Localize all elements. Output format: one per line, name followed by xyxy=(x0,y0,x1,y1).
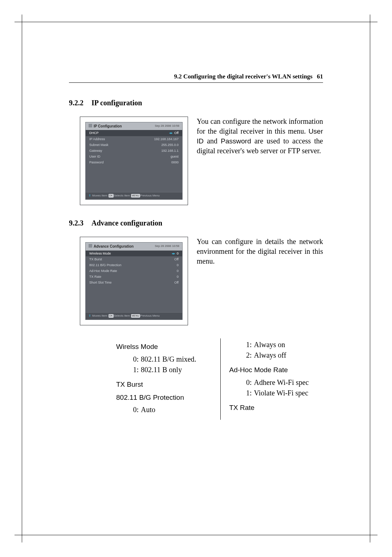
definitions-block: Wirelss Mode 0:802.11 B/G mixed. 1:802.1… xyxy=(69,338,323,420)
ip-config-block: IP Configuration Sep 28 2006 10:58 DHCP … xyxy=(69,117,323,205)
option-key: 2: xyxy=(243,350,252,360)
osd-title-text: Advance Configuration xyxy=(94,244,134,248)
wrench-icon xyxy=(89,244,92,248)
footer-prev: Previous Menu xyxy=(140,194,160,197)
ok-key-icon: OK xyxy=(109,194,114,197)
osd-row-value: Off xyxy=(174,131,179,135)
menu-key-icon: MENU xyxy=(131,194,140,197)
osd-row-gateway[interactable]: Gateway 192.168.1.1 xyxy=(86,148,182,154)
updown-icon: ⇕ xyxy=(89,194,91,197)
osd-row-value: 0 xyxy=(177,252,179,255)
running-header: 9.2 Configuring the digital receiver's W… xyxy=(69,73,323,83)
term-tx-rate: TX Rate xyxy=(229,403,323,412)
term-tx-burst: TX Burst xyxy=(116,380,210,389)
osd-row-value: 192.168.1.1 xyxy=(161,149,179,153)
list-item: 2:Always off xyxy=(243,350,323,360)
term-wireless-mode: Wirelss Mode xyxy=(116,342,210,351)
crop-mark-top xyxy=(15,22,377,22)
option-value: Violate Wi-Fi spec xyxy=(254,388,309,398)
osd-row-txburst[interactable]: TX Burst Off xyxy=(86,256,182,262)
adv-desc: You can configure in details the network… xyxy=(197,237,323,265)
osd-row-label: Password xyxy=(89,160,104,164)
footer-selects: Selects Item xyxy=(114,314,130,317)
osd-row-subnet[interactable]: Subnet Mask 255.255.0.0 xyxy=(86,142,182,148)
term-bg-protection: 802.11 B/G Protection xyxy=(116,393,210,402)
osd-row-wireless-mode[interactable]: Wireless Mode ◂▸0 xyxy=(86,251,182,256)
wrench-icon xyxy=(89,124,92,127)
osd-row-value: 255.255.0.0 xyxy=(161,143,179,147)
osd-row-label: Short Slot Time xyxy=(89,280,112,285)
adv-config-figure: Advance Configuration Sep 28 2006 10:58 … xyxy=(69,237,188,325)
osd-row-value: Off xyxy=(174,257,179,261)
osd-row-label: TX Rate xyxy=(89,275,101,279)
ui-label-password: Password xyxy=(221,137,251,145)
term-adhoc-rate: Ad-Hoc Mode Rate xyxy=(229,365,323,375)
osd-row-txrate[interactable]: TX Rate 0 xyxy=(86,274,182,280)
page: 9.2 Configuring the digital receiver's W… xyxy=(0,0,392,557)
osd-row-value: Off xyxy=(174,280,179,285)
option-key: 0: xyxy=(243,378,252,387)
osd-ip-screenshot: IP Configuration Sep 28 2006 10:58 DHCP … xyxy=(80,117,188,205)
osd-row-label: User ID xyxy=(89,154,101,159)
osd-titlebar: Advance Configuration Sep 28 2006 10:58 xyxy=(86,243,182,251)
osd-footer: ⇕Moves Item OKSelects Item MENUPrevious … xyxy=(86,192,182,199)
osd-row-label: Ad-Hoc Mode Rate xyxy=(89,269,117,273)
subsection-title: IP configuration xyxy=(91,99,142,107)
osd-body: Wireless Mode ◂▸0 TX Burst Off 802.11 B/… xyxy=(86,251,182,313)
option-key: 0: xyxy=(130,354,139,364)
wireless-mode-options: 0:802.11 B/G mixed. 1:802.11 B only xyxy=(130,354,210,375)
left-right-arrows-icon: ◂▸ xyxy=(172,252,175,255)
osd-row-label: TX Burst xyxy=(89,257,102,261)
osd-row-bgprot[interactable]: 802.11 B/G Protection 0 xyxy=(86,262,182,268)
osd-row-dhcp[interactable]: DHCP ◂▸Off xyxy=(86,130,182,136)
ip-desc-mid: and xyxy=(204,137,221,145)
osd-row-value: 192.168.184.167 xyxy=(154,137,179,141)
footer-prev: Previous Menu xyxy=(140,314,160,317)
option-value: 802.11 B only xyxy=(141,365,182,375)
osd-row-label: Gateway xyxy=(89,149,102,153)
adv-config-block: Advance Configuration Sep 28 2006 10:58 … xyxy=(69,237,323,325)
footer-selects: Selects Item xyxy=(114,194,130,197)
ip-desc-pre: You can configure the network informatio… xyxy=(197,117,323,135)
adhoc-options: 0:Adhere Wi-Fi spec 1:Violate Wi-Fi spec xyxy=(243,378,323,398)
osd-row-userid[interactable]: User ID guest xyxy=(86,154,182,159)
subsection-title: Advance configuration xyxy=(91,219,162,227)
option-value: 802.11 B/G mixed. xyxy=(141,354,196,364)
osd-row-label: 802.11 B/G Protection xyxy=(89,263,122,267)
option-value: Always on xyxy=(254,340,285,350)
ip-config-figure: IP Configuration Sep 28 2006 10:58 DHCP … xyxy=(69,117,188,205)
subsection-heading-adv: 9.2.3Advance configuration xyxy=(69,218,323,228)
osd-row-label: Subnet Mask xyxy=(89,143,109,147)
osd-row-shortslot[interactable]: Short Slot Time Off xyxy=(86,280,182,285)
crop-mark-bottom xyxy=(15,535,377,535)
option-key: 1: xyxy=(243,340,252,350)
option-key: 1: xyxy=(130,365,139,375)
list-item: 1:802.11 B only xyxy=(130,365,210,375)
osd-row-label: DHCP xyxy=(89,131,99,135)
osd-row-value: guest xyxy=(171,154,179,159)
osd-row-ip[interactable]: IP Address 192.168.184.167 xyxy=(86,136,182,142)
list-item: 0:802.11 B/G mixed. xyxy=(130,354,210,364)
bg-protection-options-cont: 1:Always on 2:Always off xyxy=(243,340,323,360)
osd-titlebar: IP Configuration Sep 28 2006 10:58 xyxy=(86,122,182,130)
osd-row-password[interactable]: Password 0000 xyxy=(86,159,182,165)
osd-footer: ⇕Moves Item OKSelects Item MENUPrevious … xyxy=(86,312,182,320)
menu-key-icon: MENU xyxy=(131,314,140,317)
osd-adv-screenshot: Advance Configuration Sep 28 2006 10:58 … xyxy=(80,237,188,325)
osd-title-text: IP Configuration xyxy=(94,124,122,128)
osd-body: DHCP ◂▸Off IP Address 192.168.184.167 Su… xyxy=(86,130,182,192)
osd-row-adhoc[interactable]: Ad-Hoc Mode Rate 0 xyxy=(86,268,182,274)
option-key: 1: xyxy=(243,388,252,398)
list-item: 0:Adhere Wi-Fi spec xyxy=(243,378,323,387)
option-value: Adhere Wi-Fi spec xyxy=(254,378,309,387)
subsection-number: 9.2.3 xyxy=(69,218,91,228)
updown-icon: ⇕ xyxy=(89,314,91,317)
option-key: 0: xyxy=(130,405,139,415)
option-value: Auto xyxy=(141,405,155,415)
definitions-right-col: 1:Always on 2:Always off Ad-Hoc Mode Rat… xyxy=(221,338,323,420)
osd-timestamp: Sep 28 2006 10:58 xyxy=(155,124,179,128)
bg-protection-options: 0:Auto xyxy=(130,405,210,415)
subsection-number: 9.2.2 xyxy=(69,98,91,108)
definitions-left-col: Wirelss Mode 0:802.11 B/G mixed. 1:802.1… xyxy=(69,338,221,420)
crop-mark-left xyxy=(22,15,22,542)
